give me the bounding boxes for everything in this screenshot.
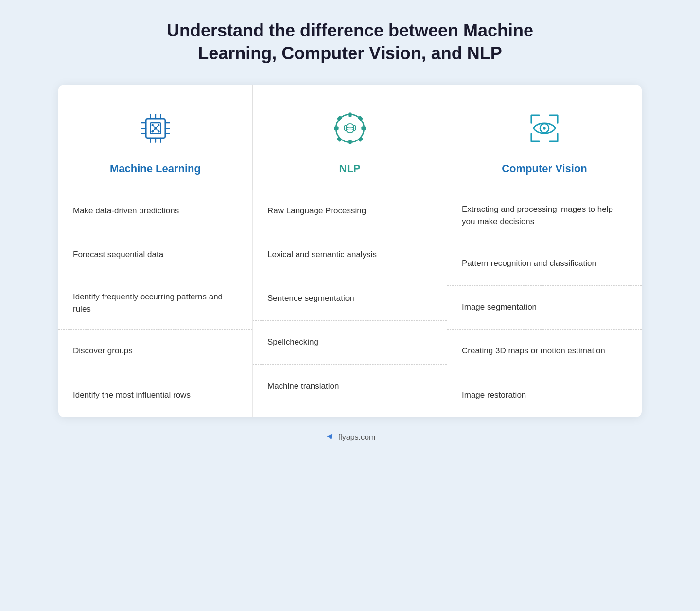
list-item: Discover groups bbox=[58, 330, 252, 373]
list-item: Sentence segmentation bbox=[253, 277, 447, 321]
list-item: Image segmentation bbox=[447, 286, 642, 330]
comparison-table: Machine Learning bbox=[58, 85, 642, 417]
svg-rect-31 bbox=[357, 136, 363, 141]
cv-icon bbox=[520, 104, 569, 153]
list-item: Raw Language Processing bbox=[253, 190, 447, 233]
svg-rect-26 bbox=[334, 126, 338, 130]
cv-column-title: Computer Vision bbox=[502, 162, 587, 175]
list-item: Creating 3D maps or motion estimation bbox=[447, 330, 642, 373]
table-body: Make data-driven predictions Forecast se… bbox=[58, 190, 642, 417]
svg-rect-28 bbox=[336, 115, 342, 121]
list-item: Image restoration bbox=[447, 373, 642, 417]
svg-rect-30 bbox=[336, 136, 342, 141]
ml-column-title: Machine Learning bbox=[110, 162, 201, 175]
ml-column-header: Machine Learning bbox=[58, 85, 253, 190]
nlp-column-title: NLP bbox=[339, 162, 361, 175]
svg-point-34 bbox=[543, 127, 545, 129]
ml-icon bbox=[131, 104, 180, 153]
page-container: Understand the difference between Machin… bbox=[58, 19, 642, 443]
list-item: Extracting and processing images to help… bbox=[447, 190, 642, 242]
list-item: Make data-driven predictions bbox=[58, 190, 252, 233]
list-item: Identify the most influential rows bbox=[58, 373, 252, 417]
brand-name: flyaps.com bbox=[338, 433, 375, 442]
svg-rect-29 bbox=[357, 115, 363, 121]
svg-line-8 bbox=[156, 125, 158, 128]
nlp-column-header: NLP bbox=[253, 85, 447, 190]
cv-data-column: Extracting and processing images to help… bbox=[447, 190, 642, 417]
list-item: Machine translation bbox=[253, 365, 447, 408]
list-item: Identify frequently occurring patterns a… bbox=[58, 277, 252, 330]
list-item: Lexical and semantic analysis bbox=[253, 233, 447, 277]
ml-data-column: Make data-driven predictions Forecast se… bbox=[58, 190, 253, 417]
list-item: Forecast sequential data bbox=[58, 233, 252, 277]
svg-line-7 bbox=[152, 125, 155, 128]
table-header: Machine Learning bbox=[58, 85, 642, 190]
list-item: Spellchecking bbox=[253, 321, 447, 365]
svg-rect-25 bbox=[348, 140, 351, 144]
page-title: Understand the difference between Machin… bbox=[131, 19, 569, 65]
cv-column-header: Computer Vision bbox=[447, 85, 642, 190]
svg-rect-24 bbox=[348, 112, 351, 117]
nlp-data-column: Raw Language Processing Lexical and sema… bbox=[253, 190, 447, 417]
footer: flyaps.com bbox=[325, 432, 375, 443]
brand-icon bbox=[325, 432, 334, 443]
list-item: Pattern recognition and classification bbox=[447, 242, 642, 286]
svg-rect-27 bbox=[361, 126, 366, 130]
svg-line-9 bbox=[152, 128, 155, 131]
nlp-icon bbox=[326, 104, 374, 153]
svg-line-10 bbox=[156, 128, 158, 131]
